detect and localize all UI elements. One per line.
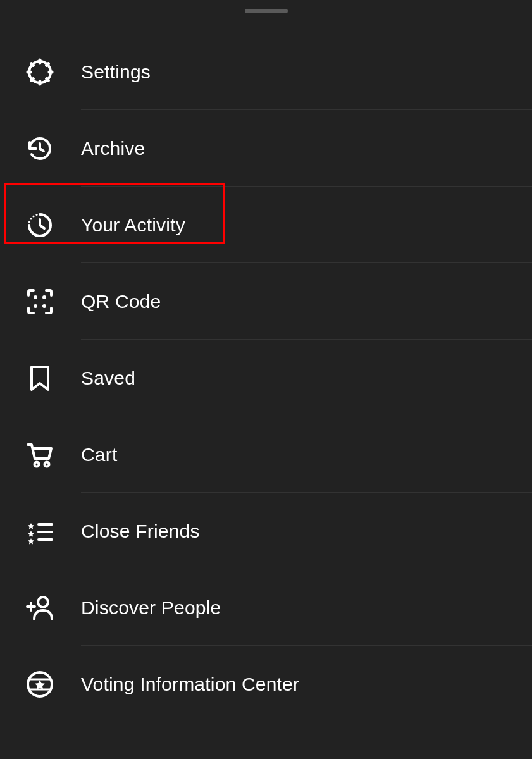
divider: [81, 722, 532, 722]
svg-point-3: [35, 213, 37, 215]
menu-list: Settings Archive: [0, 34, 532, 722]
menu-item-label: Your Activity: [81, 214, 185, 236]
svg-point-14: [38, 597, 48, 607]
voting-icon: [22, 666, 58, 703]
drag-handle[interactable]: [245, 9, 288, 13]
menu-item-settings[interactable]: Settings: [0, 34, 532, 110]
qr-code-icon: [22, 283, 58, 320]
add-person-icon: [22, 589, 58, 626]
svg-point-1: [30, 218, 32, 219]
svg-point-2: [32, 215, 34, 217]
menu-item-voting-info[interactable]: Voting Information Center: [0, 646, 532, 722]
menu-item-label: Discover People: [81, 597, 221, 619]
menu-item-label: Settings: [81, 61, 151, 83]
bottom-sheet: Settings Archive: [0, 0, 532, 759]
cart-icon: [22, 436, 58, 473]
menu-item-discover-people[interactable]: Discover People: [0, 569, 532, 646]
menu-item-label: Cart: [81, 444, 117, 466]
archive-icon: [22, 130, 58, 167]
menu-item-your-activity[interactable]: Your Activity: [0, 187, 532, 263]
bookmark-icon: [22, 360, 58, 397]
menu-item-close-friends[interactable]: Close Friends: [0, 493, 532, 569]
menu-item-cart[interactable]: Cart: [0, 416, 532, 493]
menu-item-archive[interactable]: Archive: [0, 110, 532, 187]
svg-point-6: [42, 295, 46, 299]
menu-item-qr-code[interactable]: QR Code: [0, 263, 532, 340]
svg-point-4: [28, 221, 30, 223]
svg-point-5: [34, 295, 37, 299]
activity-icon: [22, 207, 58, 244]
menu-item-saved[interactable]: Saved: [0, 340, 532, 416]
svg-point-10: [45, 462, 49, 466]
menu-item-label: QR Code: [81, 291, 161, 312]
menu-item-label: Saved: [81, 367, 135, 389]
svg-point-7: [34, 304, 37, 308]
menu-item-label: Archive: [81, 138, 145, 159]
menu-item-label: Voting Information Center: [81, 674, 299, 695]
menu-item-label: Close Friends: [81, 521, 200, 542]
svg-point-9: [35, 462, 39, 466]
gear-icon: [22, 54, 58, 90]
close-friends-icon: [22, 513, 58, 550]
svg-point-8: [42, 304, 46, 308]
